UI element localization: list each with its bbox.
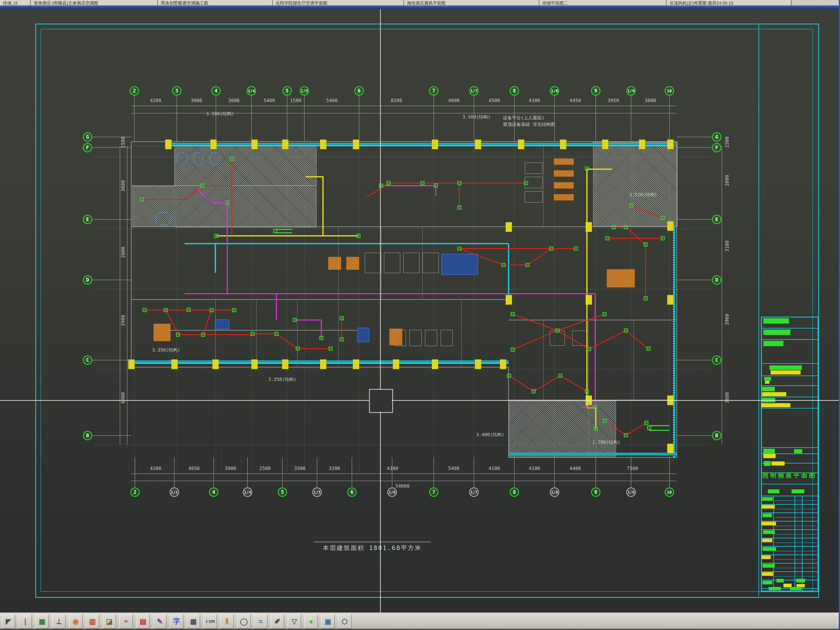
file-tab-2[interactable]: 黑洛别墅暖通空调施工图	[158, 0, 273, 5]
column	[560, 139, 567, 149]
wire-yellow	[306, 176, 323, 177]
filter-funnel-icon[interactable]: ▽	[287, 614, 301, 628]
plan-note: 屋顶设备基础 详见结构图	[503, 122, 555, 128]
plan-note: 3.520(结构)	[629, 192, 657, 198]
legend-row-line	[761, 504, 818, 505]
cursor-pickbox[interactable]	[369, 389, 393, 413]
scale-1-100-icon[interactable]: 1:100	[204, 614, 217, 628]
color-pens-icon[interactable]: ✎	[153, 614, 167, 628]
legend-dotted-row	[775, 517, 816, 518]
device-node	[661, 236, 665, 240]
fixture-blue	[156, 212, 171, 226]
wire-red	[341, 318, 342, 339]
cad-canvas[interactable]: 2341/451/5671/781/891/91021/241/451/561/…	[0, 9, 840, 613]
pointer-icon[interactable]: ◤	[2, 614, 15, 628]
wire-magenta	[295, 319, 321, 321]
sphere-3d-icon[interactable]: ⬡	[338, 614, 352, 628]
device-node	[532, 389, 536, 393]
bubble-leader	[595, 96, 596, 142]
legend-bar-green	[796, 579, 805, 583]
legend-row-line	[761, 396, 818, 397]
text-tool-icon[interactable]: 字	[170, 614, 183, 628]
bubble-leader	[359, 96, 359, 142]
device-node	[230, 157, 234, 161]
file-tab-3[interactable]: 岳阳学院报告厅空调平面图	[273, 0, 404, 5]
column-pattern-icon[interactable]: ▥	[86, 614, 99, 628]
wire-red	[253, 333, 276, 334]
dim-bottom: 3500	[294, 466, 305, 471]
wire-yellow	[587, 169, 612, 170]
legend-bar-green	[769, 587, 781, 590]
equipment-orange	[554, 158, 574, 165]
grid-table-icon[interactable]: ▦	[35, 614, 49, 628]
pencil-grid-icon[interactable]: ✐	[271, 614, 284, 628]
partition-line	[461, 299, 462, 367]
legend-bar-green	[777, 579, 784, 583]
dim-right: 1500	[724, 136, 729, 148]
grid-bubble-left: D	[83, 275, 92, 285]
legend-bar-yellow	[762, 522, 776, 526]
partition-line	[338, 227, 339, 367]
device-node	[420, 181, 425, 185]
grid-bubble-bottom: 1/8	[550, 488, 559, 497]
bubble-leader	[554, 457, 555, 488]
window-right-border	[839, 0, 840, 630]
grid-bubble-bottom: 9	[591, 488, 600, 497]
column	[171, 359, 178, 369]
dim-bottom: 5400	[448, 466, 459, 471]
grid-bubble-top: 3	[172, 86, 182, 96]
wire-magenta	[276, 294, 277, 320]
legend-dotted-row	[775, 576, 816, 577]
file-tab-1[interactable]: 装饰酒店-(和顺县)主体酒店空调图	[31, 0, 158, 5]
column	[282, 359, 289, 369]
column	[667, 139, 674, 149]
legend-row-line	[761, 339, 818, 340]
file-tab-6[interactable]: 吊顶风机(左)布置图 载荷24.05.15	[666, 0, 792, 5]
axis-dimension-icon[interactable]: ⊥	[52, 614, 66, 628]
axis-grid-icon[interactable]: ▤	[136, 614, 150, 628]
legend-bar-yellow	[762, 538, 772, 542]
furniture-outline	[524, 163, 543, 174]
legend-bar-green	[764, 377, 771, 381]
device-node	[574, 246, 578, 251]
wire-yellow	[216, 235, 358, 237]
column	[602, 139, 608, 149]
wire-magenta	[185, 293, 595, 294]
file-tab-4[interactable]: 海悦酒店通风平面图	[404, 0, 539, 5]
slope-triangle-icon[interactable]: ◪	[103, 614, 116, 628]
node-circle-icon[interactable]: ◯	[237, 614, 251, 628]
divider-line-icon[interactable]: ❘	[19, 614, 32, 628]
wire-red	[178, 334, 253, 335]
wire-green	[275, 232, 292, 234]
bubble-leader	[677, 219, 712, 219]
device-node	[526, 263, 529, 267]
device-node	[214, 234, 218, 238]
wire-red	[459, 248, 576, 249]
furniture-outline	[403, 253, 420, 273]
columns-icon[interactable]: ⫴	[220, 614, 234, 628]
file-tab-5[interactable]: 排烟平面图二	[539, 0, 666, 5]
green-sphere-icon[interactable]: ●	[304, 614, 318, 628]
dots-tool-icon[interactable]: ◉	[69, 614, 82, 628]
dim-top: 4000	[448, 98, 459, 103]
bubble-leader	[135, 457, 135, 488]
table2-icon[interactable]: ▦	[186, 614, 200, 628]
column	[505, 222, 512, 232]
file-tab-0[interactable]: 排烟_t3	[0, 0, 31, 5]
terrain-wave-icon[interactable]: ≈	[254, 614, 267, 628]
bubble-leader	[554, 96, 555, 142]
bubble-leader	[474, 457, 474, 488]
legend-bar-yellow	[762, 572, 773, 576]
wall-tool-icon[interactable]: -H-	[119, 614, 133, 628]
plan-note: 设备平台(上人屋面)	[503, 115, 545, 121]
bubble-leader	[282, 457, 283, 488]
device-node	[201, 333, 205, 337]
legend-col-line	[818, 317, 818, 591]
legend-bar-yellow	[762, 392, 786, 396]
grid-bubble-left: E	[83, 215, 92, 224]
column	[251, 139, 258, 149]
grid-bubble-bottom: 6	[347, 488, 357, 497]
cube-3d-icon[interactable]: ▣	[321, 614, 335, 628]
plan-note: 3.350(结构)	[152, 347, 180, 353]
furniture-outline	[422, 253, 439, 273]
